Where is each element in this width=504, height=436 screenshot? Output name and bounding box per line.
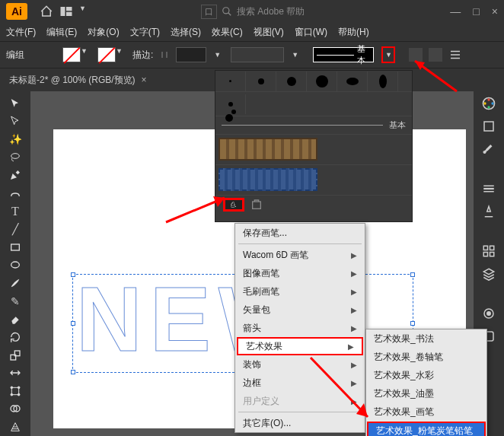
- menu-window[interactable]: 窗口(W): [295, 26, 327, 39]
- menu-artistic[interactable]: 艺术效果▶: [237, 337, 363, 355]
- svg-rect-31: [483, 253, 487, 256]
- lasso-tool[interactable]: [6, 149, 24, 166]
- menu-save-brush[interactable]: 保存画笔...: [235, 224, 365, 242]
- menu-help[interactable]: 帮助(H): [338, 26, 369, 39]
- pencil-tool[interactable]: ✎: [6, 293, 24, 310]
- paintbrush-tool[interactable]: [6, 275, 24, 291]
- brush-libraries-button[interactable]: ⎙.: [223, 198, 244, 212]
- artistic-submenu: 艺术效果_书法 艺术效果_卷轴笔 艺术效果_水彩 艺术效果_油墨 艺术效果_画笔…: [365, 329, 487, 436]
- width-tool[interactable]: [6, 364, 24, 381]
- menu-vector-pack[interactable]: 矢量包▶: [235, 301, 365, 319]
- svg-point-10: [11, 262, 20, 268]
- menu-select[interactable]: 选择(S): [171, 26, 201, 39]
- libraries-icon[interactable]: [250, 199, 263, 211]
- appearance-panel-icon[interactable]: [480, 304, 498, 323]
- opacity-button[interactable]: [409, 48, 423, 62]
- layers-panel-icon[interactable]: [480, 265, 498, 283]
- document-title: 未标题-2* @ 100% (RGB/预览): [9, 74, 136, 87]
- svg-point-15: [18, 387, 20, 389]
- maximize-button[interactable]: □: [473, 5, 479, 18]
- sub-calligraphy[interactable]: 艺术效果_书法: [366, 329, 486, 348]
- menu-decorative[interactable]: 装饰▶: [235, 355, 365, 374]
- close-button[interactable]: ×: [492, 5, 498, 18]
- swatches-panel-icon[interactable]: [480, 117, 498, 135]
- menu-effect[interactable]: 效果(C): [212, 26, 243, 39]
- align-button[interactable]: [448, 48, 462, 62]
- menu-view[interactable]: 视图(V): [254, 26, 284, 39]
- vstroke-dropdown[interactable]: ▼: [292, 51, 301, 59]
- pen-tool[interactable]: [6, 167, 24, 184]
- properties-panel-icon[interactable]: [480, 242, 498, 260]
- home-icon[interactable]: [40, 5, 53, 18]
- document-tab[interactable]: 未标题-2* @ 100% (RGB/预览) ×: [9, 74, 147, 87]
- svg-point-23: [487, 106, 490, 108]
- menu-object[interactable]: 对象(O): [88, 26, 119, 39]
- type-tool[interactable]: T: [6, 203, 24, 220]
- menu-edit[interactable]: 编辑(E): [46, 26, 77, 39]
- symbols-panel-icon[interactable]: [480, 202, 498, 221]
- menu-bar: 文件(F) 编辑(E) 对象(O) 文字(T) 选择(S) 效果(C) 视图(V…: [0, 23, 504, 41]
- svg-rect-30: [490, 246, 494, 250]
- tab-close-button[interactable]: ×: [142, 75, 147, 85]
- ellipse-tool[interactable]: [6, 257, 24, 274]
- search-box[interactable]: 口 搜索 Adobe 帮助: [201, 5, 305, 19]
- svg-point-16: [11, 393, 13, 396]
- menu-type[interactable]: 文字(T): [130, 26, 160, 39]
- svg-rect-29: [483, 246, 487, 250]
- brush-pattern-1[interactable]: [215, 135, 412, 165]
- title-bar: Ai ▼ 口 搜索 Adobe 帮助 — □ ×: [0, 0, 504, 23]
- stroke-link-icon[interactable]: [161, 49, 168, 61]
- sub-chalk-charcoal[interactable]: 艺术效果_粉笔炭笔铅笔: [367, 422, 486, 436]
- minimize-button[interactable]: —: [450, 5, 461, 18]
- fill-swatch[interactable]: ▼: [62, 47, 90, 62]
- svg-rect-1: [66, 7, 72, 11]
- brushes-panel: 基本 ⎙.: [215, 70, 413, 222]
- sub-scroll-pen[interactable]: 艺术效果_卷轴笔: [366, 348, 486, 366]
- perspective-tool[interactable]: [6, 418, 24, 435]
- menu-file[interactable]: 文件(F): [6, 26, 36, 39]
- color-panel-icon[interactable]: [480, 94, 498, 113]
- line-tool[interactable]: ╱: [6, 221, 24, 237]
- brush-calligraphic-row[interactable]: [215, 92, 412, 116]
- selection-tool[interactable]: [6, 95, 24, 112]
- sub-paintbrush[interactable]: 艺术效果_画笔: [366, 403, 486, 421]
- svg-rect-0: [61, 7, 65, 16]
- stroke-weight-dropdown[interactable]: ▼: [214, 51, 223, 59]
- brush-basic[interactable]: 基本: [215, 116, 412, 135]
- menu-wacom[interactable]: Wacom 6D 画笔▶: [235, 246, 365, 264]
- rectangle-tool[interactable]: [6, 239, 24, 256]
- dropdown-caret[interactable]: ▼: [79, 5, 86, 18]
- rotate-tool[interactable]: [6, 329, 24, 345]
- menu-arrows[interactable]: 箭头▶: [235, 319, 365, 337]
- free-transform-tool[interactable]: [6, 383, 24, 399]
- brush-definition[interactable]: 基本: [313, 47, 374, 62]
- brush-pattern-2[interactable]: [215, 165, 412, 196]
- curvature-tool[interactable]: [6, 185, 24, 202]
- stroke-panel-icon[interactable]: [480, 180, 498, 198]
- svg-point-8: [11, 153, 20, 158]
- arrange-icon[interactable]: [59, 5, 73, 18]
- brushes-panel-icon[interactable]: [480, 140, 498, 158]
- shape-builder-tool[interactable]: [6, 401, 24, 418]
- brush-preset-row[interactable]: [215, 71, 412, 92]
- window-controls: — □ ×: [450, 5, 498, 18]
- app-logo: Ai: [6, 3, 27, 20]
- brush-dropdown-button[interactable]: ▼: [381, 46, 395, 63]
- scale-tool[interactable]: [6, 347, 24, 364]
- search-icon: [222, 6, 232, 17]
- menu-image-brush[interactable]: 图像画笔▶: [235, 264, 365, 282]
- stroke-swatch[interactable]: ▼: [97, 47, 125, 62]
- stroke-weight-field[interactable]: [176, 47, 206, 62]
- direct-selection-tool[interactable]: [6, 113, 24, 130]
- menu-other-library[interactable]: 其它库(O)...: [235, 414, 365, 432]
- magic-wand-tool[interactable]: ✨: [6, 131, 24, 148]
- eraser-tool[interactable]: [6, 311, 24, 328]
- style-button[interactable]: [429, 48, 442, 62]
- sub-ink[interactable]: 艺术效果_油墨: [366, 384, 486, 403]
- svg-point-14: [11, 387, 13, 389]
- sub-watercolor[interactable]: 艺术效果_水彩: [366, 366, 486, 384]
- menu-borders[interactable]: 边框▶: [235, 374, 365, 392]
- vstroke-profile[interactable]: [231, 47, 284, 62]
- svg-point-17: [18, 393, 20, 396]
- menu-bristle-brush[interactable]: 毛刷画笔▶: [235, 282, 365, 301]
